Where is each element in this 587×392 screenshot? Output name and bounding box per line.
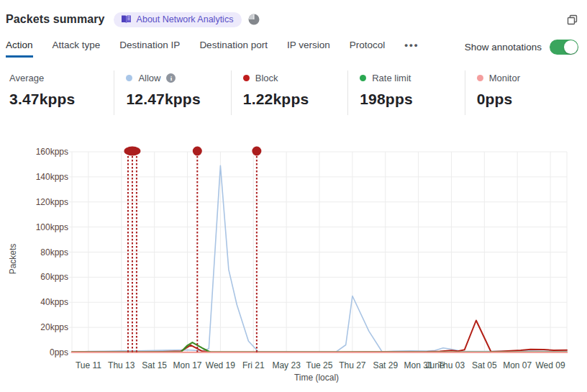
- popout-restore-icon[interactable]: [566, 14, 578, 26]
- svg-text:Tue 25: Tue 25: [306, 360, 333, 370]
- info-icon[interactable]: i: [166, 73, 176, 83]
- svg-text:Thu 03: Thu 03: [438, 360, 465, 370]
- tab-ip-version[interactable]: IP version: [287, 40, 330, 58]
- svg-text:Mon 17: Mon 17: [173, 360, 202, 370]
- svg-text:Mon 07: Mon 07: [503, 360, 532, 370]
- svg-text:Wed 19: Wed 19: [206, 360, 235, 370]
- stat-rate-limit: Rate limit198pps: [347, 70, 464, 115]
- svg-text:60kpps: 60kpps: [40, 272, 68, 282]
- stat-label: Monitor: [489, 73, 520, 83]
- show-annotations-label: Show annotations: [465, 42, 542, 53]
- svg-text:Wed 09: Wed 09: [535, 360, 565, 370]
- stats-row: Average3.47kppsAllowi12.47kppsBlock1.22k…: [6, 70, 581, 115]
- pie-chart-icon: [248, 14, 260, 25]
- x-axis-title: Time (local): [294, 373, 339, 383]
- svg-text:100kpps: 100kpps: [36, 222, 68, 232]
- stat-value: 1.22kpps: [243, 91, 347, 108]
- stat-value: 12.47kpps: [126, 91, 230, 108]
- header: Packets summary About Network Analytics: [0, 0, 587, 29]
- tab-protocol[interactable]: Protocol: [350, 40, 386, 58]
- svg-text:May 23: May 23: [272, 360, 301, 370]
- svg-text:80kpps: 80kpps: [40, 247, 68, 257]
- svg-text:Sat 29: Sat 29: [373, 360, 398, 370]
- tab-action[interactable]: Action: [6, 40, 33, 58]
- legend-dot: [360, 75, 366, 81]
- grid: [69, 152, 567, 352]
- packets-chart: 0pps20kpps40kpps60kpps80kpps100kpps120kp…: [0, 137, 587, 392]
- about-network-analytics-badge[interactable]: About Network Analytics: [114, 12, 242, 27]
- toggle-knob: [564, 40, 578, 54]
- stat-value: 0pps: [477, 91, 581, 108]
- legend-dot: [477, 75, 483, 81]
- tab-destination-ip[interactable]: Destination IP: [119, 40, 180, 58]
- stat-average: Average3.47kpps: [6, 70, 114, 115]
- svg-text:Thu 27: Thu 27: [339, 360, 366, 370]
- annotation-marker[interactable]: [193, 147, 202, 156]
- show-annotations-control: Show annotations: [465, 40, 578, 58]
- svg-text:Fri 21: Fri 21: [242, 360, 265, 370]
- tab-destination-port[interactable]: Destination port: [199, 40, 268, 58]
- tab-attack-type[interactable]: Attack type: [53, 40, 101, 58]
- packets-summary-panel: Packets summary About Network Analytics: [0, 0, 587, 392]
- stat-allow: Allowi12.47kpps: [114, 70, 230, 115]
- legend-dot: [126, 75, 132, 81]
- svg-text:Thu 13: Thu 13: [108, 360, 135, 370]
- x-axis-labels: Tue 11Thu 13Sat 15Mon 17Wed 19Fri 21May …: [76, 360, 565, 370]
- about-badge-label: About Network Analytics: [137, 14, 234, 24]
- book-icon: [121, 14, 132, 24]
- annotation-marker[interactable]: [252, 147, 261, 156]
- stat-block: Block1.22kpps: [231, 70, 347, 115]
- svg-text:140kpps: 140kpps: [36, 172, 68, 182]
- packets-chart-svg: 0pps20kpps40kpps60kpps80kpps100kpps120kp…: [0, 137, 587, 392]
- page-title: Packets summary: [6, 13, 105, 26]
- tabs-row: ActionAttack typeDestination IPDestinati…: [0, 29, 587, 58]
- annotation-marker-cluster[interactable]: [124, 147, 140, 156]
- y-axis-title: Packets: [8, 244, 18, 275]
- legend-dot: [243, 75, 250, 81]
- stat-label: Rate limit: [372, 73, 411, 83]
- stat-value: 198pps: [360, 91, 464, 108]
- y-axis-labels: 0pps20kpps40kpps60kpps80kpps100kpps120kp…: [36, 147, 68, 357]
- show-annotations-toggle[interactable]: [550, 40, 578, 55]
- svg-text:120kpps: 120kpps: [36, 197, 68, 207]
- stat-label: Average: [9, 73, 44, 83]
- svg-text:40kpps: 40kpps: [40, 297, 68, 307]
- tab-more-ellipsis[interactable]: •••: [404, 40, 419, 58]
- stat-label: Allow: [138, 73, 160, 83]
- annotations: [124, 147, 261, 353]
- svg-text:Sat 05: Sat 05: [472, 360, 497, 370]
- svg-text:20kpps: 20kpps: [40, 322, 68, 332]
- svg-text:160kpps: 160kpps: [36, 147, 68, 157]
- stat-label: Block: [255, 73, 278, 83]
- stat-value: 3.47kpps: [9, 91, 114, 108]
- svg-text:Sat 15: Sat 15: [142, 360, 167, 370]
- svg-text:0pps: 0pps: [50, 347, 68, 357]
- stat-monitor: Monitor0pps: [465, 70, 581, 115]
- dimension-tabs: ActionAttack typeDestination IPDestinati…: [6, 40, 419, 58]
- svg-text:Tue 11: Tue 11: [76, 360, 101, 370]
